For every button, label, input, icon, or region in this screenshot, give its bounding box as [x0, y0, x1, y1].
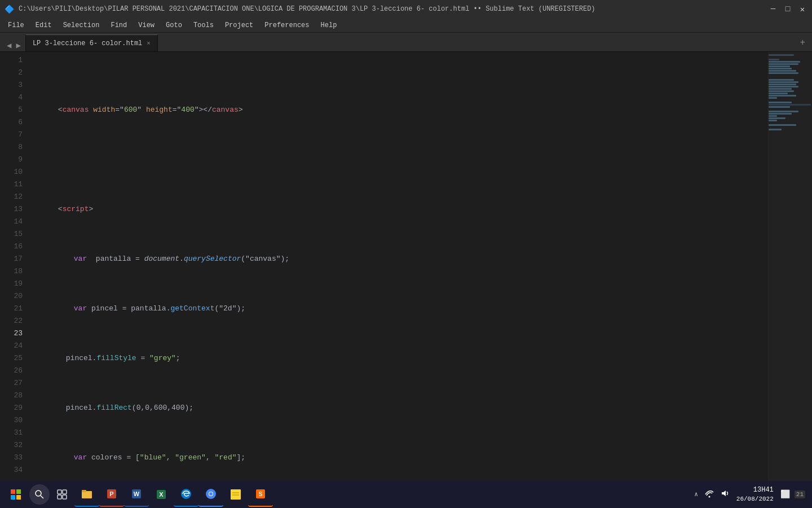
datetime-display[interactable]: 13H41 26/08/2022 — [734, 486, 776, 503]
svg-rect-22 — [231, 489, 241, 500]
search-button[interactable] — [29, 484, 50, 505]
svg-rect-6 — [58, 490, 61, 494]
active-tab[interactable]: LP 3-leccione 6- color.html × — [25, 34, 158, 51]
minimize-button[interactable]: ─ — [768, 4, 778, 14]
menu-goto[interactable]: Goto — [160, 18, 188, 32]
code-line-1: <canvas width="600" height="400"></canva… — [32, 91, 762, 104]
nav-forward[interactable]: ▶ — [14, 40, 23, 51]
titlebar-title: C:\Users\PILI\Desktop\PILAR PERSONAL 202… — [19, 5, 595, 13]
line-num-19: 19 — [5, 278, 23, 290]
line-num-30: 30 — [5, 414, 23, 427]
code-line-6: pincel.fillStyle = "grey"; — [32, 340, 762, 352]
svg-point-18 — [181, 489, 191, 499]
line-num-12: 12 — [5, 191, 23, 203]
line-num-28: 28 — [5, 389, 23, 402]
menu-selection[interactable]: Selection — [58, 18, 105, 32]
start-button[interactable] — [2, 482, 29, 507]
tab-label: LP 3-leccione 6- color.html — [33, 40, 142, 47]
network-icon[interactable] — [703, 489, 716, 500]
menu-file[interactable]: File — [2, 18, 30, 32]
line-num-1: 1 — [5, 54, 23, 67]
svg-point-4 — [36, 491, 41, 496]
powerpoint-button[interactable]: P — [99, 482, 124, 507]
time-display: 13H41 — [736, 486, 774, 495]
svg-text:S: S — [259, 491, 263, 497]
svg-rect-7 — [63, 490, 67, 494]
line-num-5: 5 — [5, 104, 23, 116]
svg-rect-0 — [11, 489, 15, 494]
line-num-33: 33 — [5, 452, 23, 464]
taskview-button[interactable] — [50, 482, 74, 507]
line-num-23: 23 — [5, 327, 23, 340]
code-line-2 — [32, 141, 762, 154]
app-icon: 🔷 — [5, 5, 14, 14]
menu-tools[interactable]: Tools — [188, 18, 219, 32]
titlebar: 🔷 C:\Users\PILI\Desktop\PILAR PERSONAL 2… — [0, 0, 812, 18]
menu-view[interactable]: View — [133, 18, 160, 32]
num-indicator: 21 — [795, 491, 805, 498]
maximize-button[interactable]: □ — [783, 4, 793, 14]
tabbar: ◀ ▶ LP 3-leccione 6- color.html × + — [0, 33, 812, 52]
excel-button[interactable]: X — [149, 482, 174, 507]
tray-icon-1[interactable]: ∧ — [692, 491, 700, 498]
line-num-25: 25 — [5, 352, 23, 365]
line-num-21: 21 — [5, 303, 23, 315]
svg-rect-2 — [11, 495, 15, 500]
tab-close-button[interactable]: × — [147, 40, 151, 47]
code-line-8: var colores = ["blue", "green", "red"]; — [32, 439, 762, 452]
file-explorer-button[interactable] — [74, 482, 99, 507]
line-num-7: 7 — [5, 129, 23, 141]
svg-line-5 — [41, 496, 43, 498]
edge-button[interactable] — [174, 482, 198, 507]
volume-icon[interactable] — [718, 489, 732, 500]
line-num-2: 2 — [5, 67, 23, 79]
line-num-26: 26 — [5, 365, 23, 377]
line-num-29: 29 — [5, 402, 23, 414]
word-button[interactable]: W — [124, 482, 149, 507]
close-button[interactable]: ✕ — [797, 4, 807, 14]
code-line-5: var pincel = pantalla.getContext("2d"); — [32, 290, 762, 303]
line-num-15: 15 — [5, 228, 23, 240]
line-num-31: 31 — [5, 427, 23, 439]
titlebar-controls: ─ □ ✕ — [768, 4, 807, 14]
menu-preferences[interactable]: Preferences — [259, 18, 315, 32]
line-num-16: 16 — [5, 240, 23, 253]
line-num-11: 11 — [5, 178, 23, 191]
line-num-24: 24 — [5, 340, 23, 352]
svg-rect-11 — [82, 490, 86, 492]
notification-button[interactable]: ⬜ — [778, 489, 792, 499]
menu-help[interactable]: Help — [315, 18, 343, 32]
line-num-20: 20 — [5, 290, 23, 303]
line-num-9: 9 — [5, 154, 23, 166]
line-num-14: 14 — [5, 216, 23, 228]
new-tab-button[interactable]: + — [795, 34, 810, 51]
code-line-3: <script> — [32, 191, 762, 203]
line-num-4: 4 — [5, 91, 23, 104]
sublime-button[interactable]: S — [248, 482, 273, 507]
line-num-6: 6 — [5, 116, 23, 129]
line-num-18: 18 — [5, 265, 23, 278]
svg-point-27 — [708, 496, 710, 497]
svg-text:W: W — [134, 491, 140, 497]
chrome-button[interactable] — [198, 482, 223, 507]
line-numbers: 1 2 3 4 5 6 7 8 9 10 11 12 13 14 15 16 1… — [0, 52, 27, 492]
svg-rect-9 — [63, 495, 67, 499]
line-num-13: 13 — [5, 203, 23, 216]
code-editor[interactable]: <canvas width="600" height="400"></canva… — [27, 52, 767, 492]
code-line-7: pincel.fillRect(0,0,600,400); — [32, 389, 762, 402]
menu-edit[interactable]: Edit — [30, 18, 58, 32]
menu-find[interactable]: Find — [105, 18, 133, 32]
nav-back[interactable]: ◀ — [5, 40, 14, 51]
sticky-button[interactable] — [223, 482, 248, 507]
minimap — [767, 52, 812, 492]
line-num-32: 32 — [5, 439, 23, 452]
taskbar-right: ∧ 13H41 26/08/2022 ⬜ 21 — [692, 486, 810, 503]
menu-project[interactable]: Project — [219, 18, 259, 32]
line-num-10: 10 — [5, 166, 23, 178]
editor-area: 1 2 3 4 5 6 7 8 9 10 11 12 13 14 15 16 1… — [0, 52, 812, 492]
svg-rect-3 — [16, 495, 21, 500]
date-display: 26/08/2022 — [736, 495, 774, 503]
taskbar: P W X S — [0, 481, 812, 508]
line-num-17: 17 — [5, 253, 23, 265]
svg-rect-8 — [58, 495, 61, 499]
